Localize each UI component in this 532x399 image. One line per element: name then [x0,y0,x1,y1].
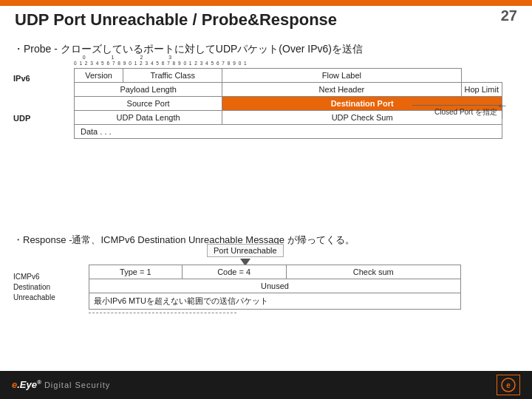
udp-length-cell: UDP Data Length [75,111,222,125]
icmp-diagram: Type = 1 Code = 4 Check sum Unused 最小IPv… [81,265,495,313]
type-label: Type = [120,267,146,276]
slide-number: 27 [501,7,517,24]
type-value: 1 [147,267,151,276]
checksum-cell: Check sum [286,265,460,279]
source-port-cell: Source Port [75,97,222,111]
logo-icon: e [497,375,520,395]
icmp-dashed-line [89,313,236,313]
payload-length-cell: Payload Length [75,83,222,97]
udp-protocol-label: UDP [13,114,30,123]
next-header-cell: Next Header [222,83,461,97]
icmpv6-label: ICMPv6 Destination Unreachable [13,272,55,303]
logo-svg: e [500,377,516,393]
icmp-row-1: Type = 1 Code = 4 Check sum [89,265,461,279]
hop-limit-cell: Hop Limit [461,83,502,97]
data-cell: Data . . . [75,125,502,139]
slide-title: UDP Port Unreachable / Probe&Response [15,10,337,30]
ipv6-diagram: 0 1 2 3 0 1 2 3 4 5 6 7 8 9 0 1 2 3 4 5 … [74,55,502,139]
code-cell: Code = 4 [182,265,286,279]
port-unreachable-wrap: Port Unreachable [207,244,284,266]
closed-port-label: Closed Port を指定 [412,105,502,119]
logo-e: e [12,380,17,391]
code-value: 4 [246,267,250,276]
ruler-bits: 0 1 2 3 4 5 6 7 8 9 0 1 2 3 4 5 6 7 8 9 … [74,61,502,66]
table-row: Data . . . [75,125,502,139]
payload-cell: 最小IPv6 MTUを超えない範囲での送信パケット [89,293,461,310]
ruler-top: 0 1 2 3 [74,55,502,61]
svg-text:e: e [506,381,511,389]
flow-label-cell: Flow Label [222,69,461,83]
section2-bullet: ・Response -通常、ICMPv6 Destination Unreach… [13,233,355,247]
ipv6-protocol-label: IPv6 [13,74,30,83]
traffic-class-cell: Traffic Class [123,69,222,83]
registered-mark: ® [37,379,41,386]
top-bar [0,0,532,6]
table-row: Payload Length Next Header Hop Limit [75,83,502,97]
code-label: Code = [217,267,246,276]
packet-table: Version Traffic Class Flow Label Payload… [74,68,502,139]
icmp-row-3: 最小IPv6 MTUを超えない範囲での送信パケット [89,293,461,310]
table-row: Version Traffic Class Flow Label [75,69,502,83]
version-cell: Version [75,69,123,83]
icmpv6-text: ICMPv6 Destination Unreachable [13,273,55,301]
bottom-bar: e.Eye® Digital Security e [0,371,532,399]
icmp-row-2: Unused [89,279,461,293]
company-logo: e.Eye® [12,379,41,390]
unused-cell: Unused [89,279,461,293]
type-cell: Type = 1 [89,265,183,279]
port-unreachable-label: Port Unreachable [207,244,284,257]
icmp-table: Type = 1 Code = 4 Check sum Unused 最小IPv… [89,265,461,310]
tagline: Digital Security [44,381,110,389]
